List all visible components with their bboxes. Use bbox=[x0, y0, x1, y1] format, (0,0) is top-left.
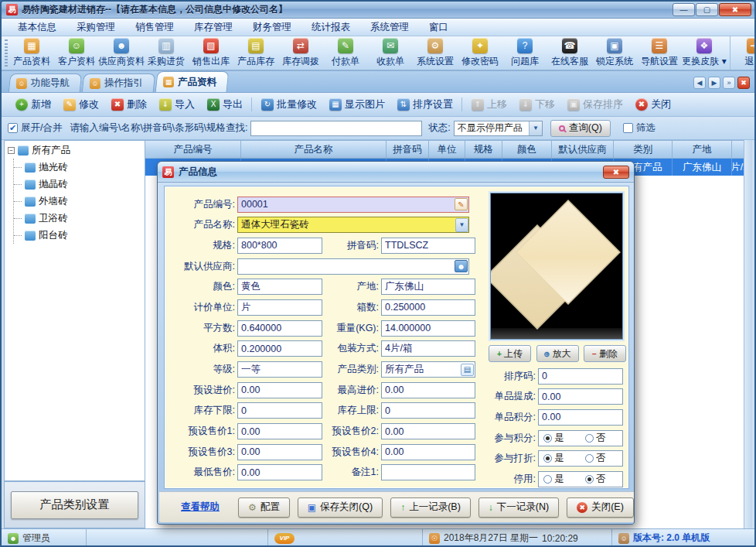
field-input[interactable] bbox=[381, 320, 475, 337]
dialog-close-button[interactable]: ✖ bbox=[603, 166, 629, 179]
toolbar-item[interactable]: ☺ 客户资料 bbox=[54, 36, 99, 70]
toolbar-item[interactable]: ▦ 产品资料 bbox=[9, 36, 54, 70]
vertical-scrollbar[interactable] bbox=[744, 140, 752, 528]
expand-checkbox[interactable] bbox=[8, 123, 18, 133]
tab[interactable]: ☺ 功能导航 bbox=[9, 74, 83, 92]
list-toolbar-item[interactable]: X 导出 bbox=[201, 97, 249, 111]
menu-item[interactable]: 窗口 bbox=[419, 19, 458, 36]
list-toolbar-item[interactable]: ▦ 显示图片 bbox=[323, 97, 391, 111]
category-picker-icon[interactable]: ▤ bbox=[461, 364, 474, 376]
window-control-button[interactable]: — bbox=[673, 3, 695, 16]
field-input[interactable] bbox=[538, 409, 623, 426]
toolbar-item[interactable]: ✉ 收款单 bbox=[368, 36, 413, 70]
dialog-button[interactable]: ↑ 上一记录(B) bbox=[390, 497, 471, 518]
toolbar-item[interactable]: ✎ 付款单 bbox=[323, 36, 368, 70]
table-header-cell[interactable]: 单位 bbox=[429, 141, 465, 159]
field-input[interactable] bbox=[237, 444, 322, 460]
field-input[interactable] bbox=[237, 340, 322, 357]
tab-nav-button[interactable]: ✖ bbox=[737, 77, 750, 89]
toolbar-item[interactable]: ▧ 销售出库 bbox=[189, 36, 233, 70]
tree-node[interactable]: 抛晶砖 bbox=[14, 176, 145, 193]
menu-item[interactable]: 系统管理 bbox=[360, 19, 419, 36]
tab-nav-button[interactable]: ▶ bbox=[708, 77, 720, 89]
toolbar-item[interactable]: ? 问题库 bbox=[502, 36, 547, 70]
radio-option-no[interactable]: 否 bbox=[581, 452, 622, 465]
supplier-input[interactable] bbox=[237, 258, 469, 275]
field-input[interactable] bbox=[237, 238, 322, 254]
field-input[interactable] bbox=[237, 299, 322, 316]
tab-nav-button[interactable]: ◀ bbox=[693, 77, 706, 89]
table-header-cell[interactable]: 产地 bbox=[673, 141, 732, 159]
field-input[interactable] bbox=[381, 279, 475, 295]
tree-expander-icon[interactable]: − bbox=[8, 147, 15, 154]
chevron-down-icon[interactable]: ▼ bbox=[455, 218, 468, 232]
tree-node[interactable]: 阳台砖 bbox=[14, 227, 145, 244]
radio-option-no[interactable]: 否 bbox=[581, 473, 622, 486]
status-select[interactable]: 不显示停用产品 ▼ bbox=[454, 121, 543, 136]
list-toolbar-item[interactable]: ⇓ 导入 bbox=[153, 97, 201, 111]
list-toolbar-item[interactable]: ✖ 删除 bbox=[105, 97, 153, 111]
image-action-button[interactable]: − 删除 bbox=[584, 345, 626, 362]
menu-item[interactable]: 财务管理 bbox=[243, 19, 301, 36]
filter-checkbox[interactable] bbox=[623, 123, 633, 133]
query-button[interactable]: 查询(Q) bbox=[550, 120, 611, 137]
window-control-button[interactable]: ✖ bbox=[719, 3, 751, 16]
tree-node[interactable]: 卫浴砖 bbox=[14, 210, 145, 227]
chevron-down-icon[interactable]: ▼ bbox=[529, 121, 542, 135]
field-input[interactable] bbox=[538, 368, 623, 385]
toolbar-item[interactable]: ⇄ 库存调拨 bbox=[278, 36, 323, 70]
field-input[interactable] bbox=[237, 382, 322, 398]
table-header-cell[interactable]: 规格 bbox=[465, 141, 502, 159]
toolbar-item[interactable]: ☻ 供应商资料 bbox=[99, 36, 144, 70]
field-input[interactable] bbox=[381, 238, 475, 254]
list-toolbar-item[interactable]: ✎ 修改 bbox=[57, 97, 105, 111]
table-header-cell[interactable]: 拼音码 bbox=[387, 141, 429, 159]
field-input[interactable] bbox=[237, 320, 322, 337]
toolbar-item[interactable]: ▥ 采购进货 bbox=[144, 36, 189, 70]
tree-root-node[interactable]: − 所有产品 bbox=[5, 141, 145, 159]
list-toolbar-item[interactable]: + 新增 bbox=[9, 97, 57, 111]
field-input[interactable] bbox=[381, 382, 475, 398]
dialog-button[interactable]: ↓ 下一记录(N) bbox=[478, 497, 559, 518]
toolbar-item[interactable]: ▤ 产品库存 bbox=[233, 36, 278, 70]
menu-item[interactable]: 销售管理 bbox=[125, 19, 184, 36]
list-toolbar-item[interactable]: ⇓ 下移 bbox=[513, 97, 561, 111]
field-input[interactable] bbox=[381, 402, 475, 419]
list-toolbar-item[interactable]: ↻ 批量修改 bbox=[251, 97, 323, 111]
field-input[interactable] bbox=[237, 361, 322, 378]
dialog-button[interactable]: ▣ 保存关闭(Q) bbox=[298, 497, 383, 518]
menu-item[interactable]: 库存管理 bbox=[184, 19, 243, 36]
toolbar-item[interactable]: ☰ 导航设置 bbox=[637, 36, 682, 70]
menu-item[interactable]: 基本信息 bbox=[8, 19, 66, 36]
tab-nav-button[interactable]: » bbox=[723, 77, 735, 89]
table-header-cell[interactable]: 颜色 bbox=[502, 141, 552, 159]
menu-item[interactable]: 采购管理 bbox=[66, 19, 125, 36]
list-toolbar-item[interactable]: ⇑ 上移 bbox=[461, 97, 513, 111]
list-toolbar-item[interactable]: ⇅ 排序设置 bbox=[391, 97, 459, 111]
toolbar-item[interactable]: ▣ 锁定系统 bbox=[592, 36, 637, 70]
list-toolbar-item[interactable]: ▣ 保存排序 bbox=[561, 97, 629, 111]
tree-node[interactable]: 外墙砖 bbox=[14, 193, 145, 210]
toolbar-item[interactable]: ⚙ 系统设置 bbox=[413, 36, 458, 70]
dialog-button[interactable]: ⚙ 配置 bbox=[238, 497, 290, 518]
supplier-picker-icon[interactable]: ☻ bbox=[455, 260, 468, 272]
product-id-input[interactable] bbox=[237, 197, 469, 213]
image-action-button[interactable]: ⊕ 放大 bbox=[536, 345, 579, 362]
table-header-cell[interactable]: 产品编号 bbox=[145, 141, 241, 159]
radio-option-yes[interactable]: 是 bbox=[539, 452, 581, 465]
toolbar-item[interactable]: ❖ 更换皮肤 ▾ bbox=[682, 36, 727, 70]
field-input[interactable] bbox=[237, 464, 322, 480]
tab[interactable]: ☺ 操作指引 bbox=[82, 74, 156, 92]
edit-icon[interactable]: ✎ bbox=[455, 198, 468, 210]
table-header-cell[interactable]: 产品名称 bbox=[241, 141, 387, 159]
tree-node[interactable]: 抛光砖 bbox=[14, 159, 145, 176]
table-header-cell[interactable]: 类别 bbox=[614, 141, 673, 159]
toolbar-item[interactable]: ✦ 修改密码 bbox=[458, 36, 502, 70]
field-input[interactable] bbox=[237, 423, 322, 439]
category-settings-button[interactable]: 产品类别设置 bbox=[11, 491, 138, 519]
menu-item[interactable]: 统计报表 bbox=[301, 19, 360, 36]
image-action-button[interactable]: + 上传 bbox=[489, 345, 531, 362]
field-input[interactable] bbox=[237, 402, 322, 419]
help-link[interactable]: 查看帮助 bbox=[181, 501, 220, 514]
dialog-button[interactable]: ✖ 关闭(E) bbox=[567, 497, 634, 518]
